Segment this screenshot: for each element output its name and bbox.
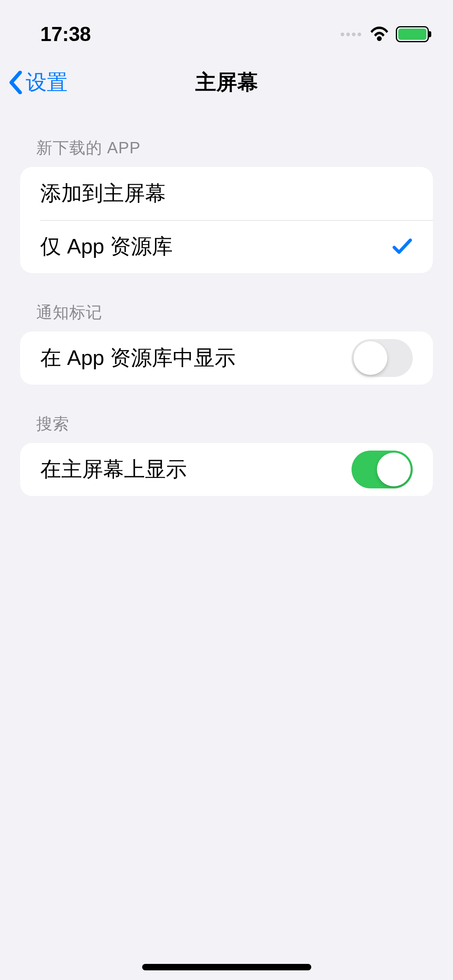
back-button[interactable]: 设置 (8, 68, 68, 97)
status-time: 17:38 (40, 23, 91, 46)
section-header-new-apps: 新下载的 APP (20, 109, 433, 167)
status-bar: 17:38 (0, 0, 453, 56)
checkmark-icon (392, 237, 413, 256)
toggle-label: 在主屏幕上显示 (40, 455, 187, 484)
group-search: 在主屏幕上显示 (20, 443, 433, 496)
cellular-dots-icon (341, 33, 361, 36)
group-badges: 在 App 资源库中显示 (20, 331, 433, 385)
nav-bar: 设置 主屏幕 (0, 56, 453, 109)
row-show-on-home: 在主屏幕上显示 (20, 443, 433, 496)
option-app-library-only[interactable]: 仅 App 资源库 (20, 220, 433, 273)
section-header-search: 搜索 (20, 385, 433, 443)
option-label: 仅 App 资源库 (40, 233, 173, 261)
content: 新下载的 APP 添加到主屏幕 仅 App 资源库 通知标记 在 App 资源库… (0, 109, 453, 496)
status-indicators (341, 26, 429, 42)
option-add-to-home[interactable]: 添加到主屏幕 (20, 167, 433, 220)
wifi-icon (369, 27, 389, 42)
toggle-show-in-app-library[interactable] (352, 339, 413, 377)
option-label: 添加到主屏幕 (40, 179, 166, 208)
home-indicator[interactable] (142, 964, 311, 970)
chevron-left-icon (8, 71, 23, 94)
back-button-label: 设置 (26, 68, 68, 97)
page-title: 主屏幕 (195, 68, 258, 97)
battery-icon (396, 26, 429, 42)
toggle-show-on-home[interactable] (352, 451, 413, 488)
group-new-apps: 添加到主屏幕 仅 App 资源库 (20, 167, 433, 273)
row-show-in-app-library: 在 App 资源库中显示 (20, 331, 433, 385)
toggle-label: 在 App 资源库中显示 (40, 344, 236, 372)
section-header-badges: 通知标记 (20, 273, 433, 331)
